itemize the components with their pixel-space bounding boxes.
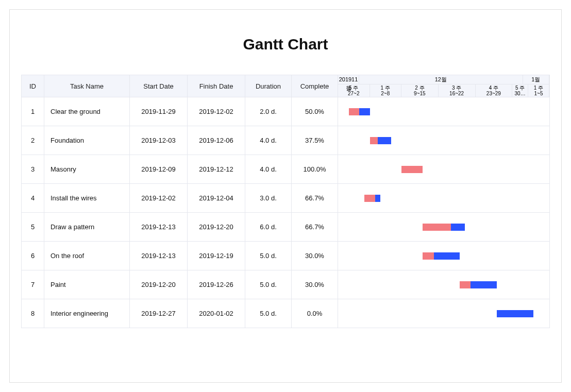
cell-name: Paint — [44, 270, 130, 299]
col-header-complete: Complete — [292, 75, 338, 97]
cell-name: Masonry — [44, 155, 130, 183]
gantt-bar-done — [401, 166, 423, 173]
cell-complete: 50.0% — [292, 97, 338, 126]
timeline-month: 12월 — [359, 75, 523, 84]
cell-finish: 2019-12-26 — [188, 270, 245, 299]
cell-start: 2019-12-03 — [130, 126, 188, 155]
gantt-bar-done — [423, 252, 434, 260]
timeline-cell — [338, 97, 549, 126]
cell-name: Clear the ground — [44, 97, 130, 126]
gantt-bar — [364, 195, 380, 202]
cell-id: 5 — [22, 213, 44, 241]
timeline-header: 201911월12월1월 5 주27~21 주2~82 주9~153 주16~2… — [338, 75, 549, 97]
timeline-week: 5 주27~2 — [338, 84, 370, 97]
timeline-week: 3 주16~22 — [439, 84, 476, 97]
timeline-week: 5 주30… — [512, 84, 528, 97]
cell-duration: 5.0 d. — [245, 299, 292, 328]
cell-start: 2019-12-20 — [130, 270, 188, 299]
cell-name: Interior engineering — [44, 299, 130, 328]
timeline-cell — [338, 299, 549, 328]
cell-duration: 4.0 d. — [245, 126, 292, 155]
cell-complete: 100.0% — [292, 155, 338, 183]
cell-complete: 66.7% — [292, 213, 338, 241]
gantt-bar — [401, 166, 423, 173]
cell-duration: 2.0 d. — [245, 97, 292, 126]
gantt-bar — [460, 281, 497, 288]
col-header-name: Task Name — [44, 75, 130, 97]
cell-start: 2019-12-02 — [130, 184, 188, 212]
cell-id: 4 — [22, 184, 44, 212]
gantt-bar — [349, 108, 370, 115]
cell-id: 8 — [22, 299, 44, 328]
col-header-id: ID — [22, 75, 44, 97]
cell-complete: 66.7% — [292, 184, 338, 212]
col-header-start: Start Date — [130, 75, 188, 97]
cell-start: 2019-12-09 — [130, 155, 188, 183]
cell-name: Draw a pattern — [44, 213, 130, 241]
cell-start: 2019-11-29 — [130, 97, 188, 126]
task-row: 6On the roof2019-12-132019-12-195.0 d.30… — [21, 242, 550, 270]
cell-finish: 2019-12-12 — [188, 155, 245, 183]
cell-start: 2019-12-13 — [130, 213, 188, 241]
cell-duration: 4.0 d. — [245, 155, 292, 183]
gantt-grid: ID Task Name Start Date Finish Date Dura… — [21, 75, 550, 328]
cell-finish: 2020-01-02 — [188, 299, 245, 328]
timeline-week: 1 주1~5 — [528, 84, 549, 97]
cell-finish: 2019-12-02 — [188, 97, 245, 126]
cell-complete: 30.0% — [292, 242, 338, 270]
cell-name: Foundation — [44, 126, 130, 155]
cell-duration: 5.0 d. — [245, 242, 292, 270]
timeline-week: 4 주23~29 — [476, 84, 513, 97]
cell-complete: 37.5% — [292, 126, 338, 155]
col-header-duration: Duration — [245, 75, 292, 97]
gantt-bar — [423, 224, 465, 231]
cell-finish: 2019-12-06 — [188, 126, 245, 155]
cell-name: Install the wires — [44, 184, 130, 212]
gantt-bar — [370, 137, 391, 144]
task-row: 1Clear the ground2019-11-292019-12-022.0… — [21, 97, 550, 126]
cell-id: 6 — [22, 242, 44, 270]
task-row: 7Paint2019-12-202019-12-265.0 d.30.0% — [21, 270, 550, 299]
task-row: 8Interior engineering2019-12-272020-01-0… — [21, 299, 550, 328]
timeline-month: 201911월 — [338, 75, 359, 84]
gantt-bar-remaining — [497, 310, 534, 317]
cell-complete: 30.0% — [292, 270, 338, 299]
timeline-cell — [338, 242, 549, 270]
cell-start: 2019-12-27 — [130, 299, 188, 328]
cell-id: 2 — [22, 126, 44, 155]
timeline-cell — [338, 213, 549, 241]
gantt-bar — [497, 310, 534, 317]
cell-finish: 2019-12-20 — [188, 213, 245, 241]
cell-start: 2019-12-13 — [130, 242, 188, 270]
cell-id: 1 — [22, 97, 44, 126]
gantt-bar-done — [370, 137, 378, 144]
gantt-bar-done — [364, 195, 375, 202]
col-header-finish: Finish Date — [188, 75, 245, 97]
gantt-bar-done — [460, 281, 471, 288]
cell-finish: 2019-12-04 — [188, 184, 245, 212]
chart-frame: Gantt Chart ID Task Name Start Date Fini… — [9, 9, 562, 383]
timeline-cell — [338, 184, 549, 212]
task-row: 3Masonry2019-12-092019-12-124.0 d.100.0% — [21, 155, 550, 184]
timeline-cell — [338, 155, 549, 183]
timeline-cell — [338, 270, 549, 299]
timeline-week: 1 주2~8 — [370, 84, 402, 97]
gantt-bar — [423, 252, 460, 260]
header-row: ID Task Name Start Date Finish Date Dura… — [21, 75, 550, 97]
cell-complete: 0.0% — [292, 299, 338, 328]
cell-duration: 6.0 d. — [245, 213, 292, 241]
cell-id: 7 — [22, 270, 44, 299]
chart-title: Gantt Chart — [10, 36, 561, 53]
cell-name: On the roof — [44, 242, 130, 270]
cell-duration: 3.0 d. — [245, 184, 292, 212]
task-row: 2Foundation2019-12-032019-12-064.0 d.37.… — [21, 126, 550, 155]
cell-duration: 5.0 d. — [245, 270, 292, 299]
timeline-week: 2 주9~15 — [401, 84, 439, 97]
gantt-bar-done — [349, 108, 360, 115]
cell-id: 3 — [22, 155, 44, 183]
task-row: 4Install the wires2019-12-022019-12-043.… — [21, 184, 550, 213]
cell-finish: 2019-12-19 — [188, 242, 245, 270]
task-row: 5Draw a pattern2019-12-132019-12-206.0 d… — [21, 213, 550, 242]
timeline-cell — [338, 126, 549, 155]
gantt-bar-done — [423, 224, 451, 231]
